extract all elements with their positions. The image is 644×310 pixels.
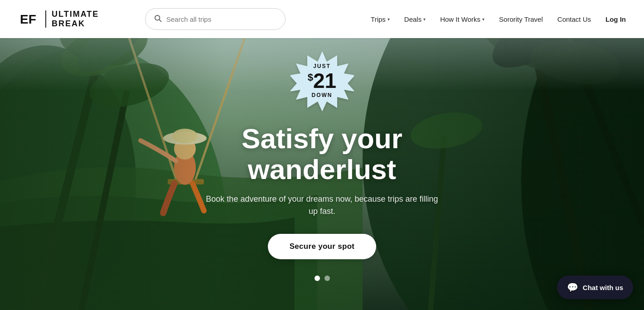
chat-widget[interactable]: 💬 Chat with us (557, 276, 633, 299)
nav-links: Trips ▾ Deals ▾ How It Works ▾ Sorority … (371, 15, 626, 23)
svg-text:EF: EF (20, 12, 36, 26)
badge-just: JUST (308, 63, 336, 69)
ef-logo-icon: EF (18, 8, 40, 30)
svg-line-3 (159, 19, 161, 21)
nav-deals[interactable]: Deals ▾ (404, 15, 426, 23)
how-it-works-chevron-icon: ▾ (482, 17, 484, 22)
search-input[interactable] (166, 15, 277, 23)
secure-spot-button[interactable]: Secure your spot (268, 234, 377, 259)
badge-price: $21 (308, 70, 336, 91)
trips-chevron-icon: ▾ (387, 17, 390, 22)
hero-subtext: Book the adventure of your dreams now, b… (204, 193, 440, 218)
hero-section: JUST $21 DOWN Satisfy your wanderlust Bo… (0, 0, 644, 310)
hero-content: JUST $21 DOWN Satisfy your wanderlust Bo… (0, 38, 644, 310)
logo-divider (45, 10, 46, 28)
chat-label: Chat with us (583, 284, 623, 291)
nav-how-it-works[interactable]: How It Works ▾ (440, 15, 484, 23)
nav-contact-us[interactable]: Contact Us (557, 15, 591, 23)
deals-chevron-icon: ▾ (423, 17, 426, 22)
slide-dot-2[interactable] (324, 276, 330, 281)
search-bar[interactable] (145, 8, 286, 30)
search-icon (154, 14, 162, 24)
navbar: EF ULTIMATE BREAK Trips ▾ Deals ▾ How It… (0, 0, 644, 38)
nav-trips[interactable]: Trips ▾ (371, 15, 390, 23)
price-badge: JUST $21 DOWN (291, 49, 354, 112)
badge-text: JUST $21 DOWN (308, 63, 336, 98)
badge-currency: $ (308, 71, 313, 82)
slide-dots (315, 276, 330, 281)
badge-down: DOWN (308, 92, 336, 98)
brand-name: ULTIMATE BREAK (52, 10, 99, 28)
hero-headline: Satisfy your wanderlust (242, 123, 402, 185)
nav-login[interactable]: Log In (605, 15, 626, 23)
logo-area[interactable]: EF ULTIMATE BREAK (18, 8, 118, 30)
nav-sorority-travel[interactable]: Sorority Travel (499, 15, 543, 23)
chat-icon: 💬 (567, 282, 578, 293)
slide-dot-1[interactable] (315, 276, 320, 281)
